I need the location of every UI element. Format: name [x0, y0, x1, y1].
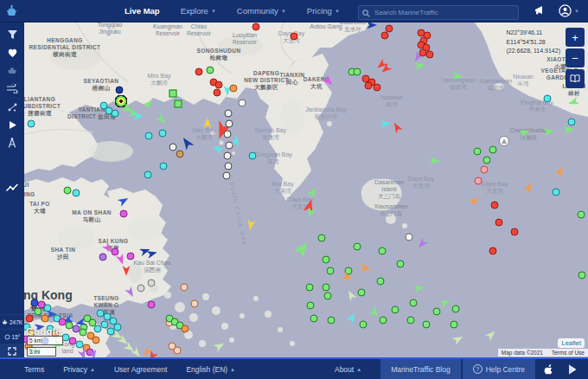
favorites-icon[interactable]: [0, 43, 24, 61]
vessel-marker[interactable]: [159, 130, 167, 138]
vessel-marker[interactable]: [239, 100, 246, 107]
vessel-marker[interactable]: [225, 163, 233, 170]
vessel-marker[interactable]: [354, 243, 361, 251]
footer-blog-button[interactable]: MarineTraffic Blog: [380, 359, 461, 379]
vessel-marker[interactable]: [324, 292, 332, 300]
vessel-marker[interactable]: [252, 23, 260, 31]
leaflet-attribution-link[interactable]: Leaflet: [558, 338, 585, 348]
measure-tools-icon[interactable]: [0, 134, 24, 152]
weather-icon[interactable]: [0, 80, 24, 98]
vessel-marker[interactable]: [307, 302, 315, 310]
vessel-marker[interactable]: [148, 301, 156, 309]
vessel-marker[interactable]: [397, 260, 405, 268]
vessel-marker[interactable]: [225, 110, 233, 118]
vessel-marker[interactable]: [318, 234, 326, 242]
vessel-marker[interactable]: [224, 152, 232, 160]
vessel-marker[interactable]: [64, 187, 72, 195]
vessel-marker[interactable]: [207, 67, 214, 74]
vessel-marker[interactable]: [291, 33, 298, 41]
vessel-marker[interactable]: [358, 289, 366, 297]
footer-privacy[interactable]: Privacy▲: [63, 365, 95, 374]
vessel-marker[interactable]: [127, 253, 135, 260]
vessel-marker[interactable]: [491, 202, 499, 209]
vessel-marker[interactable]: [31, 299, 39, 307]
vessel-marker[interactable]: [223, 172, 231, 180]
vessel-marker[interactable]: [89, 319, 97, 327]
vessel-marker[interactable]: [215, 81, 223, 89]
vessel-marker[interactable]: [80, 329, 87, 337]
vessel-marker[interactable]: [377, 278, 385, 286]
vessel-marker[interactable]: [144, 171, 152, 179]
terms-of-use-link[interactable]: Terms of Use: [552, 350, 585, 356]
vessel-marker[interactable]: [495, 219, 503, 227]
apple-app-store-icon[interactable]: [543, 363, 553, 375]
vessel-marker[interactable]: [214, 89, 221, 97]
vessel-marker[interactable]: [489, 146, 497, 154]
vessel-marker[interactable]: [365, 82, 373, 90]
vessel-marker[interactable]: [544, 95, 552, 103]
weather-temp-badge[interactable]: 15°: [0, 329, 24, 344]
vessel-count-badge[interactable]: 247K: [0, 314, 24, 329]
vessel-marker[interactable]: [35, 308, 42, 316]
vessel-marker[interactable]: [483, 157, 491, 164]
vessel-filters-icon[interactable]: [0, 25, 24, 43]
vessel-marker[interactable]: [481, 166, 489, 174]
vessel-marker[interactable]: [137, 285, 145, 292]
vessel-marker[interactable]: [114, 324, 122, 331]
vessel-marker[interactable]: [116, 87, 124, 94]
vessel-marker[interactable]: [112, 248, 119, 256]
vessel-marker[interactable]: [452, 305, 460, 313]
vessel-marker[interactable]: [93, 337, 100, 344]
vessel-marker[interactable]: [169, 144, 177, 151]
playback-icon[interactable]: [0, 116, 24, 134]
vessel-marker[interactable]: [195, 68, 203, 76]
footer-language-selector[interactable]: English (EN)▲: [186, 365, 235, 374]
vessel-marker[interactable]: [181, 284, 189, 292]
vessel-marker[interactable]: [426, 51, 434, 59]
vessel-marker[interactable]: [191, 300, 199, 308]
vessel-marker[interactable]: [407, 317, 415, 324]
vessel-marker[interactable]: [42, 315, 49, 323]
vessel-marker[interactable]: [145, 132, 153, 140]
nav-explore[interactable]: Explore▼: [181, 6, 216, 16]
footer-terms[interactable]: Terms: [24, 365, 44, 374]
vessel-marker[interactable]: [380, 317, 387, 324]
vessel-marker[interactable]: [474, 148, 482, 156]
vessel-marker[interactable]: [99, 254, 107, 261]
footer-user-agreement[interactable]: User Agreement: [114, 365, 167, 374]
vessel-marker[interactable]: [226, 120, 233, 128]
zoom-out-button[interactable]: −: [566, 48, 585, 67]
vessel-marker[interactable]: [406, 234, 413, 241]
vessel-marker[interactable]: [120, 210, 128, 218]
vessel-marker[interactable]: [328, 317, 336, 324]
vessel-marker[interactable]: [374, 84, 381, 92]
vessel-marker[interactable]: [226, 142, 233, 150]
vessel-marker[interactable]: [381, 32, 389, 40]
vessel-marker[interactable]: [327, 267, 335, 275]
vessel-marker[interactable]: [475, 177, 483, 185]
vessel-marker[interactable]: [553, 189, 560, 196]
vessel-marker[interactable]: [392, 306, 399, 314]
marinetraffic-logo[interactable]: [0, 3, 22, 18]
vessel-marker[interactable]: [148, 279, 156, 287]
vessel-marker[interactable]: [578, 211, 585, 219]
vessel-marker[interactable]: [249, 152, 257, 160]
vessel-marker[interactable]: [451, 321, 458, 329]
vessel-marker[interactable]: [100, 102, 108, 110]
live-map-canvas[interactable]: TongqiaoJingjiukuKuangmanReservoirChiaoR…: [24, 22, 588, 359]
vessel-marker[interactable]: [107, 328, 115, 336]
statistics-icon[interactable]: [0, 178, 24, 196]
vessel-marker[interactable]: [101, 321, 109, 329]
vessel-marker[interactable]: [182, 325, 189, 333]
vessel-marker[interactable]: [578, 272, 586, 279]
footer-help-button[interactable]: ? Help Centre: [463, 359, 535, 379]
vessel-marker[interactable]: [73, 190, 80, 197]
vessel-marker[interactable]: [224, 131, 232, 138]
vessel-marker[interactable]: [360, 321, 368, 329]
vessel-marker[interactable]: [410, 299, 418, 307]
vessel-marker[interactable]: [489, 247, 497, 255]
footer-about[interactable]: About▲: [335, 365, 361, 374]
vessel-marker[interactable]: [26, 315, 34, 323]
fleet-icon[interactable]: [0, 61, 24, 80]
vessel-marker[interactable]: [94, 325, 102, 333]
